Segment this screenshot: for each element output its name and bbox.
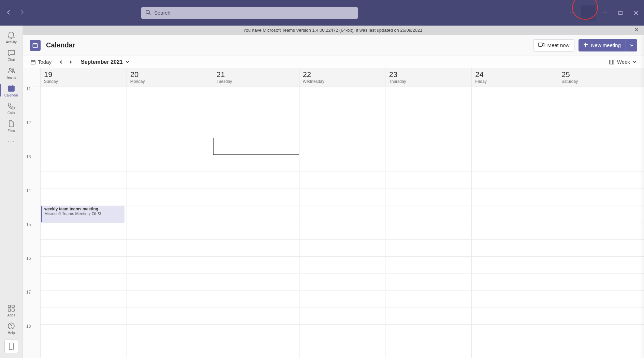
svg-rect-22 [33,43,38,47]
view-picker[interactable]: Week [609,59,636,65]
day-of-week: Monday [130,79,209,84]
rail-item-calls[interactable]: Calls [0,99,23,117]
svg-rect-18 [9,343,13,350]
day-column[interactable]: 24Friday [472,68,558,358]
svg-point-0 [146,10,149,14]
rail-label: Calendar [4,93,18,97]
rail-label: Teams [6,76,16,79]
day-of-week: Friday [475,79,554,84]
new-meeting-split-button: New meeting [579,39,637,51]
rail-label: Files [8,129,15,133]
calendar-event[interactable]: weekly team teams meetingMicrosoft Teams… [41,206,125,223]
new-meeting-dropdown[interactable] [626,39,637,51]
svg-rect-32 [609,60,614,64]
day-of-week: Wednesday [303,79,382,84]
video-icon [538,42,544,48]
day-of-week: Thursday [389,79,468,84]
svg-line-1 [149,13,150,15]
svg-point-6 [9,68,11,70]
rail-item-activity[interactable]: Activity [0,28,23,46]
day-column[interactable]: 23Thursday [385,68,472,358]
day-column[interactable]: 22Wednesday [299,68,386,358]
today-button[interactable]: Today [30,59,52,65]
svg-rect-3 [619,11,622,15]
day-header: 19Sunday [41,68,127,87]
meet-now-button[interactable]: Meet now [533,39,574,51]
plus-icon [583,42,588,48]
rail-item-calendar[interactable]: Calendar [0,81,23,99]
search-box[interactable] [141,7,358,19]
day-header: 20Monday [127,68,213,87]
calendar-grid[interactable]: 1112131415161718 19Sundayweekly team tea… [23,68,644,358]
day-number: 25 [561,70,641,79]
online-meeting-icon [92,212,96,215]
day-column[interactable]: 20Monday [127,68,213,358]
rail-label: Chat [8,58,15,62]
window-maximize-button[interactable] [613,5,628,21]
selected-timeslot[interactable] [213,138,299,155]
recurring-icon [98,212,101,215]
rail-item-files[interactable]: Files [0,117,23,135]
today-label: Today [38,59,52,65]
rail-item-teams[interactable]: Teams [0,64,23,81]
search-input[interactable] [154,10,354,16]
svg-rect-14 [8,309,11,311]
day-header: 21Tuesday [213,68,299,87]
svg-rect-28 [31,60,35,64]
day-column[interactable]: 19Sundayweekly team teams meetingMicroso… [41,68,127,358]
day-number: 24 [475,70,554,79]
rail-item-chat[interactable]: Chat [0,46,23,64]
day-slots[interactable]: weekly team teams meetingMicrosoft Teams… [41,87,127,358]
rail-label: Activity [6,40,17,44]
day-slots[interactable] [213,87,299,358]
page-header: Calendar Meet now New meeting [23,35,644,56]
search-icon [145,10,154,16]
day-slots[interactable] [385,87,471,358]
day-number: 22 [303,70,382,79]
rail-device-button[interactable] [4,340,18,353]
rail-item-apps[interactable]: Apps [0,301,23,319]
rail-label: Apps [8,313,15,317]
next-week-button[interactable] [66,60,75,64]
day-number: 19 [44,70,123,79]
forward-button[interactable] [19,10,25,16]
prev-week-button[interactable] [56,60,66,64]
svg-rect-15 [12,309,14,311]
hour-label: 14 [26,188,31,193]
day-column[interactable]: 25Saturday [558,68,644,358]
new-meeting-button[interactable]: New meeting [579,39,626,51]
hour-label: 12 [26,120,31,125]
day-header: 25Saturday [558,68,644,87]
day-slots[interactable] [127,87,213,358]
day-column[interactable]: 21Tuesday [213,68,299,358]
window-close-button[interactable] [628,5,644,21]
view-label: Week [617,59,630,65]
day-header: 23Thursday [385,68,471,87]
event-title: weekly team teams meeting [44,207,122,211]
month-label: September 2021 [81,59,123,65]
back-button[interactable] [6,10,12,16]
month-picker[interactable]: September 2021 [81,59,129,65]
day-slots[interactable] [558,87,644,358]
rail-label: Help [8,331,15,335]
hour-label: 11 [26,87,31,91]
version-banner: You have Microsoft Teams Version 1.4.00.… [23,26,644,35]
titlebar-more-button[interactable]: ··· [567,9,579,16]
window-minimize-button[interactable] [597,5,613,21]
calendar-toolbar: Today September 2021 Week [23,56,644,68]
svg-rect-24 [539,43,542,47]
rail-item-help[interactable]: Help [0,319,23,337]
main-area: You have Microsoft Teams Version 1.4.00.… [23,26,644,358]
day-slots[interactable] [472,87,558,358]
svg-point-17 [11,327,12,328]
day-of-week: Tuesday [217,79,296,84]
banner-close-button[interactable] [634,27,639,33]
rail-more-button[interactable]: ··· [0,135,23,148]
svg-rect-12 [8,305,11,308]
event-subtitle: Microsoft Teams Meeting [44,211,122,216]
day-header: 22Wednesday [299,68,385,87]
day-number: 21 [217,70,296,79]
day-slots[interactable] [299,87,385,358]
day-of-week: Sunday [44,79,123,84]
profile-avatar[interactable] [581,5,596,20]
